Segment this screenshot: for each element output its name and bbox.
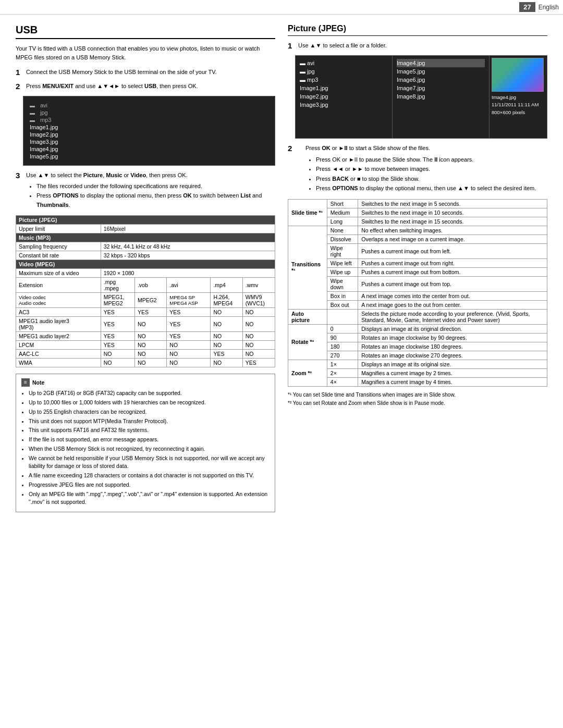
fb-file-4: Image4.jpg xyxy=(30,145,268,153)
slide-long-value: Switches to the next image in 15 seconds… xyxy=(358,217,547,226)
preview-info: Image4.jpg 11/11/2011 11:11 AM 800×600 p… xyxy=(492,94,538,116)
note-item: Progressive JPEG files are not supported… xyxy=(29,481,270,489)
rotate-0-key: 0 xyxy=(327,324,358,333)
note-item: Up to 10,000 files or 1,000 folders with… xyxy=(29,399,270,407)
lpcm-avi: NO xyxy=(167,341,211,350)
right-step-2: 2 Press OK or ►II to start a Slide show … xyxy=(288,144,547,194)
layer2-label: MPEG1 audio layer2 xyxy=(16,332,101,341)
ac3-label: AC3 xyxy=(16,308,101,317)
trans-wipedown-value: Pushes a current image out from top. xyxy=(358,276,547,291)
trans-boxout-key: Box out xyxy=(327,300,358,309)
trans-none-value: No effect when switching images. xyxy=(358,226,547,235)
ac3-mpg: YES xyxy=(101,308,134,317)
step-3: 3 Use ▲▼ to select the Picture, Music or… xyxy=(16,171,275,210)
aaclc-mpg: NO xyxy=(101,350,134,359)
note-item: Up to 2GB (FAT16) or 8GB (FAT32) capacit… xyxy=(29,389,270,398)
jb-mp3: ▬ mp3 xyxy=(300,76,388,84)
auto-picture-key xyxy=(327,309,358,324)
bitrate-label: Constant bit rate xyxy=(16,251,101,260)
layer2-avi: YES xyxy=(167,332,211,341)
upper-limit-value: 16Mpixel xyxy=(101,225,275,233)
layer2-wmv: NO xyxy=(242,332,275,341)
trans-wipeup-key: Wipe up xyxy=(327,267,358,276)
usb-intro: Your TV is fitted with a USB connection … xyxy=(16,44,275,61)
zoom-1x-value: Displays an image at its original size. xyxy=(358,360,547,368)
page-number: 27 xyxy=(519,2,535,12)
slide-time-label: Slide time *¹ xyxy=(288,199,327,226)
zoom-1x-key: 1× xyxy=(327,360,358,368)
codec-wmv: WMV9(WVC1) xyxy=(242,293,275,308)
transitions-label: Transitions *¹ xyxy=(288,226,327,309)
language-label: English xyxy=(538,4,559,11)
note-list: Up to 2GB (FAT16) or 8GB (FAT32) capacit… xyxy=(29,389,270,507)
mp3-avi: YES xyxy=(167,317,211,332)
note-icon: ≡ xyxy=(21,378,30,387)
mp3-vob: NO xyxy=(134,317,166,332)
slide-long-key: Long xyxy=(327,217,358,226)
auto-picture-value: Selects the picture mode according to yo… xyxy=(358,309,547,324)
video-header: Video (MPEG) xyxy=(16,260,275,269)
trans-wiperight-value: Pushes a current image out from left. xyxy=(358,243,547,258)
note-item: This unit supports FAT16 and FAT32 file … xyxy=(29,426,270,435)
jpeg-browser: ▬ avi ▬ jpg ▬ mp3 Image1.jpg Image2.jpg … xyxy=(295,55,547,139)
folder-icon: ▬ xyxy=(30,103,35,108)
step-3-text: Use ▲▼ to select the Picture, Music or V… xyxy=(26,171,275,210)
ext-mp4: .mp4 xyxy=(211,278,242,293)
wma-wmv: YES xyxy=(242,359,275,367)
file-browser: ▬ avi ▬ jpg ▬ mp3 Image1.jpg Image2.jpg … xyxy=(23,96,275,166)
footnotes: *¹ You can set Slide time and Transition… xyxy=(288,391,547,408)
sampling-label: Sampling frequency xyxy=(16,242,101,251)
page-header: 27 English xyxy=(0,0,563,15)
codec-mpg: MPEG1,MPEG2 xyxy=(101,293,134,308)
slide-medium-key: Medium xyxy=(327,208,358,217)
trans-boxout-value: A next image goes to the out from center… xyxy=(358,300,547,309)
max-size-value: 1920 × 1080 xyxy=(101,269,275,278)
ext-vob: .vob xyxy=(134,278,166,293)
wma-label: WMA xyxy=(16,359,101,367)
zoom-2x-value: Magnifies a current image by 2 times. xyxy=(358,368,547,377)
left-column: USB Your TV is fitted with a USB connect… xyxy=(16,24,275,512)
zoom-4x-value: Magnifies a current image by 4 times. xyxy=(358,377,547,386)
mp3-wmv: NO xyxy=(242,317,275,332)
auto-picture-label: Auto picture xyxy=(288,309,327,324)
step2-bullet4: Press OPTIONS to display the optional me… xyxy=(316,184,536,193)
lpcm-wmv: NO xyxy=(242,341,275,350)
extension-label: Extension xyxy=(16,278,101,293)
trans-wiperight-key: Wipe right xyxy=(327,243,358,258)
right-column: Picture (JPEG) 1 Use ▲▼ to select a file… xyxy=(288,24,547,512)
rotate-90-value: Rotates an image clockwise by 90 degrees… xyxy=(358,333,547,342)
note-item: This unit does not support MTP(Media Tra… xyxy=(29,417,270,426)
mp3-mp4: NO xyxy=(211,317,242,332)
codec-vob: MPEG2 xyxy=(134,293,166,308)
trans-wipeleft-value: Pushes a current image out from right. xyxy=(358,258,547,267)
jb-img1: Image1.jpg xyxy=(300,84,388,92)
lpcm-label: LPCM xyxy=(16,341,101,350)
step2-bullet1: Press OK or ►II to pause the Slide show.… xyxy=(316,155,536,165)
rotate-180-key: 180 xyxy=(327,342,358,351)
ext-avi: .avi xyxy=(167,278,211,293)
jb-avi: ▬ avi xyxy=(300,59,388,67)
step-2-text: Press MENU/EXIT and use ▲▼◄► to select U… xyxy=(26,82,198,91)
specs-table: Picture (JPEG) Upper limit 16Mpixel Musi… xyxy=(16,215,275,367)
ac3-mp4: NO xyxy=(211,308,242,317)
jb-img5: Image5.jpg xyxy=(397,67,485,76)
layer2-mpg: YES xyxy=(101,332,134,341)
layer2-mp4: NO xyxy=(211,332,242,341)
step3-bullet2: Press OPTIONS to display the optional me… xyxy=(36,191,275,209)
jb-img7: Image7.jpg xyxy=(397,84,485,92)
layer2-vob: NO xyxy=(134,332,166,341)
zoom-4x-key: 4× xyxy=(327,377,358,386)
trans-dissolve-value: Overlaps a next image on a current image… xyxy=(358,235,547,243)
codec-mp4: H.264,MPEG4 xyxy=(211,293,242,308)
jb-img2: Image2.jpg xyxy=(300,92,388,101)
ac3-avi: YES xyxy=(167,308,211,317)
rotate-270-value: Rotates an image clockwise 270 degrees. xyxy=(358,351,547,360)
fb-folder-avi: ▬ avi xyxy=(30,102,268,109)
footnote-1: *¹ You can set Slide time and Transition… xyxy=(288,391,547,399)
note-item: Only an MPEG file with ".mpg",".mpeg",".… xyxy=(29,490,270,507)
zoom-2x-key: 2× xyxy=(327,368,358,377)
note-item: We cannot be held responsible if your US… xyxy=(29,454,270,471)
step-2-number: 2 xyxy=(16,82,23,91)
main-content: USB Your TV is fitted with a USB connect… xyxy=(0,15,563,522)
step-2: 2 Press MENU/EXIT and use ▲▼◄► to select… xyxy=(16,82,275,91)
